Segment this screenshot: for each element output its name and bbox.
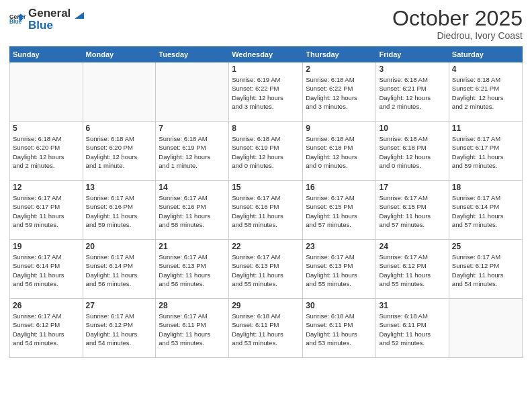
table-row: 20Sunrise: 6:17 AMSunset: 6:14 PMDayligh… (83, 240, 156, 299)
day-number: 13 (86, 183, 153, 192)
day-info: Sunrise: 6:17 AMSunset: 6:12 PMDaylight:… (379, 253, 445, 288)
table-row: 24Sunrise: 6:17 AMSunset: 6:12 PMDayligh… (376, 240, 449, 299)
page: General Blue General Blue October 2025 D… (0, 0, 532, 411)
table-row: 16Sunrise: 6:17 AMSunset: 6:15 PMDayligh… (303, 181, 376, 240)
day-info: Sunrise: 6:17 AMSunset: 6:14 PMDaylight:… (86, 253, 153, 288)
day-info: Sunrise: 6:18 AMSunset: 6:11 PMDaylight:… (232, 312, 300, 347)
logo: General Blue General Blue (9, 7, 87, 32)
table-row: 26Sunrise: 6:17 AMSunset: 6:12 PMDayligh… (10, 299, 83, 358)
day-info: Sunrise: 6:17 AMSunset: 6:12 PMDaylight:… (452, 253, 519, 288)
day-info: Sunrise: 6:17 AMSunset: 6:17 PMDaylight:… (452, 134, 519, 170)
col-monday: Monday (83, 47, 156, 62)
table-row: 10Sunrise: 6:18 AMSunset: 6:18 PMDayligh… (376, 122, 449, 181)
day-info: Sunrise: 6:19 AMSunset: 6:22 PMDaylight:… (232, 75, 300, 111)
logo-triangle (72, 7, 87, 21)
table-row: 7Sunrise: 6:18 AMSunset: 6:19 PMDaylight… (156, 122, 229, 181)
col-saturday: Saturday (449, 47, 522, 62)
calendar-header-row: Sunday Monday Tuesday Wednesday Thursday… (10, 47, 523, 62)
table-row: 21Sunrise: 6:17 AMSunset: 6:13 PMDayligh… (156, 240, 229, 299)
day-number: 15 (232, 183, 300, 192)
day-info: Sunrise: 6:18 AMSunset: 6:22 PMDaylight:… (306, 75, 373, 111)
day-number: 12 (13, 183, 80, 192)
calendar-week-row: 1Sunrise: 6:19 AMSunset: 6:22 PMDaylight… (10, 62, 523, 122)
day-number: 8 (232, 124, 300, 133)
day-info: Sunrise: 6:17 AMSunset: 6:12 PMDaylight:… (86, 312, 153, 347)
day-info: Sunrise: 6:17 AMSunset: 6:16 PMDaylight:… (232, 193, 300, 229)
day-number: 30 (306, 301, 373, 310)
day-info: Sunrise: 6:17 AMSunset: 6:14 PMDaylight:… (13, 253, 80, 288)
day-number: 5 (13, 124, 80, 133)
day-info: Sunrise: 6:17 AMSunset: 6:12 PMDaylight:… (13, 312, 80, 347)
table-row: 9Sunrise: 6:18 AMSunset: 6:18 PMDaylight… (303, 122, 376, 181)
day-number: 21 (159, 242, 226, 251)
day-info: Sunrise: 6:18 AMSunset: 6:19 PMDaylight:… (232, 134, 300, 170)
day-info: Sunrise: 6:17 AMSunset: 6:16 PMDaylight:… (86, 193, 153, 229)
day-number: 28 (159, 301, 226, 310)
day-number: 16 (306, 183, 373, 192)
table-row: 30Sunrise: 6:18 AMSunset: 6:11 PMDayligh… (303, 299, 376, 358)
day-info: Sunrise: 6:17 AMSunset: 6:11 PMDaylight:… (159, 312, 226, 347)
col-sunday: Sunday (10, 47, 83, 62)
col-wednesday: Wednesday (229, 47, 303, 62)
day-number: 20 (86, 242, 153, 251)
table-row: 15Sunrise: 6:17 AMSunset: 6:16 PMDayligh… (229, 181, 303, 240)
svg-text:Blue: Blue (9, 18, 22, 25)
header: General Blue General Blue October 2025 D… (9, 7, 523, 41)
day-info: Sunrise: 6:17 AMSunset: 6:13 PMDaylight:… (232, 253, 300, 288)
logo-icon: General Blue (9, 11, 26, 28)
table-row: 31Sunrise: 6:18 AMSunset: 6:11 PMDayligh… (376, 299, 449, 358)
day-number: 27 (86, 301, 153, 310)
day-number: 2 (306, 64, 373, 74)
day-info: Sunrise: 6:17 AMSunset: 6:14 PMDaylight:… (452, 193, 519, 229)
table-row: 17Sunrise: 6:17 AMSunset: 6:15 PMDayligh… (376, 181, 449, 240)
table-row: 23Sunrise: 6:17 AMSunset: 6:13 PMDayligh… (303, 240, 376, 299)
table-row: 28Sunrise: 6:17 AMSunset: 6:11 PMDayligh… (156, 299, 229, 358)
day-info: Sunrise: 6:18 AMSunset: 6:11 PMDaylight:… (306, 312, 373, 347)
day-info: Sunrise: 6:17 AMSunset: 6:17 PMDaylight:… (13, 193, 80, 229)
day-info: Sunrise: 6:17 AMSunset: 6:13 PMDaylight:… (306, 253, 373, 288)
table-row (10, 62, 83, 122)
calendar-week-row: 26Sunrise: 6:17 AMSunset: 6:12 PMDayligh… (10, 299, 523, 358)
day-number: 9 (306, 124, 373, 133)
table-row: 12Sunrise: 6:17 AMSunset: 6:17 PMDayligh… (10, 181, 83, 240)
day-info: Sunrise: 6:17 AMSunset: 6:13 PMDaylight:… (159, 253, 226, 288)
day-number: 6 (86, 124, 153, 133)
table-row: 29Sunrise: 6:18 AMSunset: 6:11 PMDayligh… (229, 299, 303, 358)
table-row: 11Sunrise: 6:17 AMSunset: 6:17 PMDayligh… (449, 122, 522, 181)
col-friday: Friday (376, 47, 449, 62)
day-number: 31 (379, 301, 445, 310)
table-row: 4Sunrise: 6:18 AMSunset: 6:21 PMDaylight… (449, 62, 522, 122)
table-row: 3Sunrise: 6:18 AMSunset: 6:21 PMDaylight… (376, 62, 449, 122)
day-number: 14 (159, 183, 226, 192)
calendar-week-row: 12Sunrise: 6:17 AMSunset: 6:17 PMDayligh… (10, 181, 523, 240)
day-number: 11 (452, 124, 519, 133)
day-number: 26 (13, 301, 80, 310)
day-number: 7 (159, 124, 226, 133)
location-title: Diedrou, Ivory Coast (392, 30, 523, 41)
table-row: 8Sunrise: 6:18 AMSunset: 6:19 PMDaylight… (229, 122, 303, 181)
table-row: 13Sunrise: 6:17 AMSunset: 6:16 PMDayligh… (83, 181, 156, 240)
day-number: 25 (452, 242, 519, 251)
calendar-week-row: 19Sunrise: 6:17 AMSunset: 6:14 PMDayligh… (10, 240, 523, 299)
day-info: Sunrise: 6:17 AMSunset: 6:15 PMDaylight:… (306, 193, 373, 229)
day-number: 19 (13, 242, 80, 251)
table-row: 2Sunrise: 6:18 AMSunset: 6:22 PMDaylight… (303, 62, 376, 122)
day-info: Sunrise: 6:18 AMSunset: 6:20 PMDaylight:… (86, 134, 153, 170)
day-number: 18 (452, 183, 519, 192)
table-row (83, 62, 156, 122)
day-number: 22 (232, 242, 300, 251)
day-info: Sunrise: 6:18 AMSunset: 6:18 PMDaylight:… (379, 134, 445, 170)
table-row: 18Sunrise: 6:17 AMSunset: 6:14 PMDayligh… (449, 181, 522, 240)
day-info: Sunrise: 6:17 AMSunset: 6:15 PMDaylight:… (379, 193, 445, 229)
day-number: 29 (232, 301, 300, 310)
table-row: 6Sunrise: 6:18 AMSunset: 6:20 PMDaylight… (83, 122, 156, 181)
table-row (449, 299, 522, 358)
day-info: Sunrise: 6:18 AMSunset: 6:21 PMDaylight:… (379, 75, 445, 111)
table-row: 22Sunrise: 6:17 AMSunset: 6:13 PMDayligh… (229, 240, 303, 299)
day-info: Sunrise: 6:18 AMSunset: 6:18 PMDaylight:… (306, 134, 373, 170)
table-row: 1Sunrise: 6:19 AMSunset: 6:22 PMDaylight… (229, 62, 303, 122)
table-row (156, 62, 229, 122)
table-row: 5Sunrise: 6:18 AMSunset: 6:20 PMDaylight… (10, 122, 83, 181)
table-row: 14Sunrise: 6:17 AMSunset: 6:16 PMDayligh… (156, 181, 229, 240)
title-block: October 2025 Diedrou, Ivory Coast (392, 7, 523, 41)
